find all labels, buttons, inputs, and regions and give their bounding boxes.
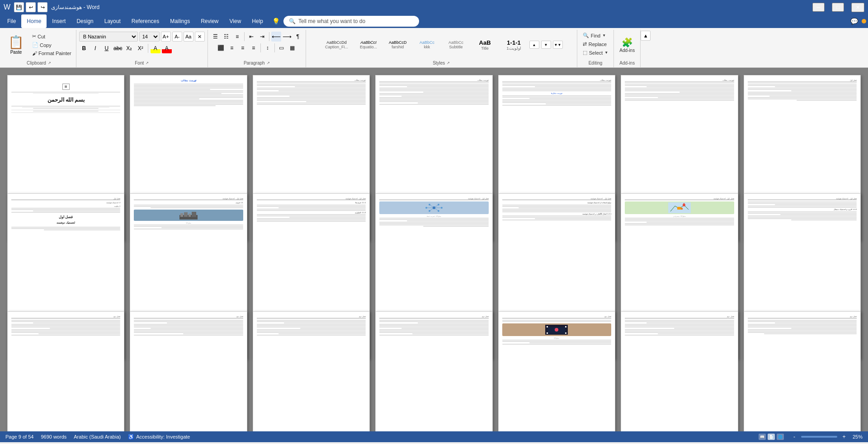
shading-button[interactable]: ▭ [277, 43, 287, 53]
align-left-button[interactable]: ⬛ [216, 43, 226, 53]
replace-button[interactable]: ⇄ Replace [580, 40, 611, 48]
menu-layout[interactable]: Layout [99, 14, 126, 28]
clear-format-button[interactable]: ✕ [195, 32, 205, 42]
menu-design[interactable]: Design [71, 14, 99, 28]
paste-button[interactable]: 📋 Paste [5, 33, 28, 56]
styles-scroll-up[interactable]: ▲ [529, 41, 539, 49]
align-right-button[interactable]: ≡ [238, 43, 248, 53]
decrease-font-button[interactable]: A- [172, 32, 182, 42]
format-painter-icon: 🖌 [32, 51, 37, 56]
share-icon: 💬 [850, 18, 858, 25]
zoom-in-button[interactable]: + [839, 432, 849, 442]
minimize-btn[interactable]: ─ [812, 3, 825, 12]
menu-file[interactable]: File [2, 14, 21, 28]
subscript-button[interactable]: X₂ [124, 43, 134, 53]
zoom-slider[interactable] [801, 436, 837, 438]
bold-button[interactable]: B [79, 43, 89, 53]
page-thumb-17[interactable]: فصل دوم [253, 311, 370, 431]
menu-home[interactable]: Home [21, 14, 47, 28]
style-title[interactable]: AaB Title [472, 37, 499, 53]
font-label: Font [135, 61, 144, 65]
svg-rect-4 [192, 212, 196, 217]
multilevel-button[interactable]: ≡ [232, 32, 242, 42]
style-subtitle[interactable]: AaBbCc Subtitle [443, 38, 470, 51]
borders-button[interactable]: ▦ [288, 43, 297, 53]
clipboard-label: Clipboard [27, 61, 46, 65]
style-equation[interactable]: AaBbCcI Equatio... [355, 38, 382, 51]
numbering-button[interactable]: ☷ [222, 32, 231, 42]
increase-indent-button[interactable]: ⇥ [257, 32, 267, 42]
find-button[interactable]: 🔍 Find ▼ [580, 32, 611, 39]
styles-label: Styles [433, 61, 445, 65]
search-icon: 🔍 [289, 18, 296, 24]
status-bar: Page 9 of 54 9690 words Arabic (Saudi Ar… [0, 431, 868, 442]
font-expand-icon[interactable]: ↗ [146, 61, 149, 65]
menu-mailings[interactable]: Mailings [165, 14, 195, 28]
collapse-ribbon-button[interactable]: ▲ [641, 31, 651, 41]
menu-review[interactable]: Review [195, 14, 224, 28]
change-case-button[interactable]: Aa [184, 32, 193, 42]
paragraph-group: ☰ ☷ ≡ ⇤ ⇥ ⟵ ⟶ ¶ ⬛ ≡ ≡ ≡ ↕ ▭ ▦ [208, 30, 306, 67]
select-icon: ⬚ [583, 50, 587, 56]
web-view-button[interactable]: 🌐 [777, 434, 784, 440]
svg-rect-26 [565, 326, 566, 327]
italic-button[interactable]: I [90, 43, 100, 53]
menu-references[interactable]: References [126, 14, 165, 28]
rtl-button[interactable]: ⟵ [271, 32, 281, 42]
style-priority[interactable]: 1-1-1 اولويت1 [500, 37, 528, 53]
font-size-select[interactable]: 14 [139, 32, 160, 42]
style-kkk[interactable]: AaBbCc kkk [414, 38, 441, 51]
increase-font-button[interactable]: A+ [161, 32, 171, 42]
svg-line-15 [434, 205, 439, 208]
select-button[interactable]: ⬚ Select ▼ [580, 49, 611, 56]
ltr-button[interactable]: ⟶ [282, 32, 292, 42]
page-thumb-21[interactable]: فصل دوم [744, 311, 861, 431]
superscript-button[interactable]: X² [136, 43, 146, 53]
page-thumb-20[interactable]: فصل دوم [621, 311, 738, 431]
text-highlight-button[interactable]: A [151, 43, 160, 53]
language-indicator: Arabic (Saudi Arabia) [74, 434, 121, 440]
menu-help[interactable]: Help [246, 14, 269, 28]
decrease-indent-button[interactable]: ⇤ [246, 32, 256, 42]
font-group: B Nazanin 14 A+ A- Aa ✕ B I U abc X₂ X² … [76, 30, 208, 67]
clipboard-expand-icon[interactable]: ↗ [48, 61, 51, 65]
maximize-btn[interactable]: □ [832, 3, 844, 12]
accessibility-indicator[interactable]: ♿ Accessibility: Investigate [128, 434, 190, 440]
addins-button[interactable]: 🧩 Add-ins [617, 35, 637, 55]
title-bar: W 💾 ↩ ↪ هوشمندسازی - Word ─ □ ✕ [0, 0, 868, 14]
style-caption[interactable]: AaBbCcDd Caption_Fi... [320, 38, 353, 51]
page-thumb-18[interactable]: فصل دوم [375, 311, 492, 431]
close-btn[interactable]: ✕ [851, 3, 864, 12]
justify-button[interactable]: ≡ [249, 43, 259, 53]
tell-me-box[interactable]: 🔍 Tell me what you want to do [283, 16, 419, 27]
pilcrow-button[interactable]: ¶ [293, 32, 303, 42]
menu-view[interactable]: View [224, 14, 247, 28]
menu-right-area: 💬 [850, 14, 866, 28]
read-view-button[interactable]: 📖 [759, 434, 766, 440]
editing-group: 🔍 Find ▼ ⇄ Replace ⬚ Select ▼ Editing [577, 30, 614, 67]
redo-btn[interactable]: ↪ [38, 2, 47, 12]
style-farshid[interactable]: AaBbCcD farshid [384, 38, 412, 51]
zoom-out-button[interactable]: - [789, 432, 799, 442]
paragraph-expand-icon[interactable]: ↗ [267, 61, 270, 65]
page-thumb-15[interactable]: فصل دوم [7, 311, 124, 431]
save-btn[interactable]: 💾 [14, 2, 24, 12]
page-thumb-19[interactable]: فصل دوم شکل 2.3 [498, 311, 615, 431]
undo-btn[interactable]: ↩ [26, 2, 36, 12]
cut-button[interactable]: ✂ Cut [30, 33, 73, 40]
font-name-select[interactable]: B Nazanin [79, 32, 138, 42]
styles-scroll-down[interactable]: ▼ [541, 41, 551, 49]
copy-button[interactable]: 📄 Copy [30, 41, 73, 49]
print-view-button[interactable]: 📄 [768, 434, 775, 440]
page-thumb-16[interactable]: فصل دوم [130, 311, 247, 431]
styles-expand-icon[interactable]: ↗ [447, 61, 450, 65]
bullets-button[interactable]: ☰ [211, 32, 221, 42]
strikethrough-button[interactable]: abc [113, 43, 123, 53]
line-spacing-button[interactable]: ↕ [263, 43, 273, 53]
font-color-button[interactable]: A [162, 43, 172, 53]
align-center-button[interactable]: ≡ [227, 43, 237, 53]
format-painter-button[interactable]: 🖌 Format Painter [30, 50, 73, 57]
styles-expand[interactable]: ▼▼ [553, 41, 563, 49]
underline-button[interactable]: U [102, 43, 112, 53]
menu-insert[interactable]: Insert [47, 14, 71, 28]
